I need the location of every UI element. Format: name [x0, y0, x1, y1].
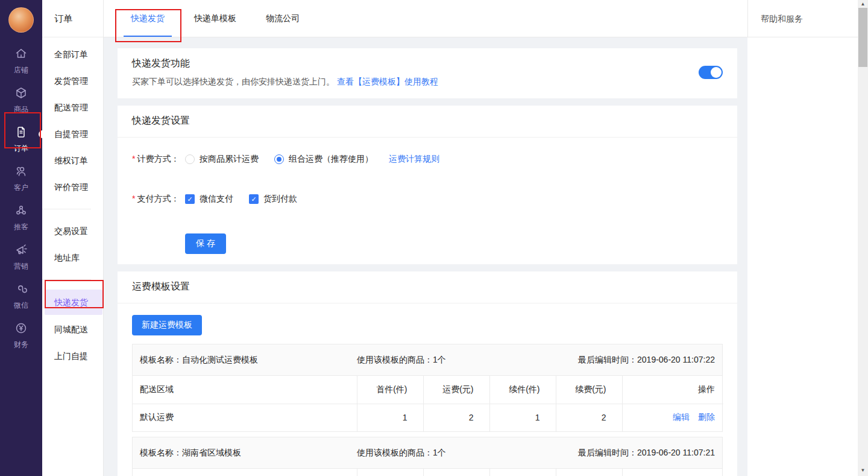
freight-table: 配送区域 首件(件) 运费(元) 续件(件) 续费(元) 操作 默认运费 1 2 [133, 376, 723, 431]
submenu-item-trade-settings[interactable]: 交易设置 [42, 218, 103, 244]
radio-label: 按商品累计运费 [200, 154, 259, 165]
main-area: 快递发货 快递单模板 物流公司 快递发货功能 买家下单可以选择快递发货，由你安排… [104, 0, 747, 476]
feature-desc-text: 买家下单可以选择快递发货，由你安排快递送货上门。 [132, 77, 335, 86]
cell-freight: 2 [423, 404, 489, 431]
avatar[interactable] [8, 7, 34, 33]
sidebar-item-label: 财务 [14, 340, 28, 349]
sidebar-item-customer[interactable]: 客户 [0, 159, 42, 198]
cell-first-qty: 1 [357, 404, 423, 431]
save-button[interactable]: 保 存 [185, 233, 226, 254]
finance-yuan-icon [14, 321, 28, 340]
tab-bar: 快递发货 快递单模板 物流公司 [104, 0, 747, 37]
scrollbar-up-arrow-icon[interactable]: ▲ [858, 0, 868, 8]
billing-method-label: *计费方式： [132, 154, 185, 165]
sidebar-item-marketing[interactable]: 营销 [0, 237, 42, 276]
shop-home-icon [14, 46, 28, 66]
express-shipping-toggle[interactable] [699, 66, 723, 79]
vertical-scrollbar[interactable]: ▲ ▼ [858, 0, 868, 476]
col-header-next-fee: 续费(元) [556, 376, 622, 404]
tutorial-link[interactable]: 查看【运费模板】使用教程 [337, 77, 438, 86]
checkbox-cash-on-delivery[interactable]: ✓ 货到付款 [249, 194, 297, 205]
feature-card-desc: 买家下单可以选择快递发货，由你安排快递送货上门。 查看【运费模板】使用教程 [132, 77, 438, 87]
col-header-action: 操作 [622, 469, 723, 476]
app-window: 店铺 商品 订单 客户 推客 [0, 0, 868, 476]
col-header-action: 操作 [622, 376, 723, 404]
submenu-item-address-book[interactable]: 地址库 [42, 244, 103, 271]
submenu-item-shipping-mgmt[interactable]: 发货管理 [42, 68, 103, 94]
submenu-item-rights-orders[interactable]: 维权订单 [42, 147, 103, 174]
col-header-area: 配送区域 [133, 376, 357, 404]
cell-actions: 编辑 删除 [622, 404, 723, 431]
col-header-freight: 运费(元) [423, 376, 489, 404]
submenu-item-door-pickup[interactable]: 上门自提 [42, 343, 103, 369]
primary-sidebar: 店铺 商品 订单 客户 推客 [0, 0, 42, 476]
submenu-item-express-shipping[interactable]: 快递发货 [45, 290, 102, 315]
sidebar-item-label: 推客 [14, 223, 28, 231]
submenu-item-pickup-mgmt[interactable]: 自提管理 [42, 121, 103, 147]
submenu-item-delivery-mgmt[interactable]: 配送管理 [42, 94, 103, 121]
radio-combined-freight[interactable]: 组合运费（推荐使用） [274, 154, 373, 165]
sidebar-item-finance[interactable]: 财务 [0, 316, 42, 355]
freight-template-block: 模板名称：湖南省区域模板 使用该模板的商品：1个 最后编辑时间：2019-06-… [132, 437, 723, 476]
toggle-knob [711, 67, 722, 78]
col-header-first-qty: 首件(件) [357, 469, 423, 476]
cell-next-qty: 1 [489, 404, 556, 431]
template-edited-time: 最后编辑时间：2019-06-20 11:07:21 [578, 448, 715, 459]
new-freight-template-button[interactable]: 新建运费模板 [132, 315, 202, 335]
radio-icon [274, 154, 284, 164]
sidebar-item-label: 客户 [14, 183, 28, 192]
checkbox-wechat-pay[interactable]: ✓ 微信支付 [185, 194, 233, 205]
billing-method-row: *计费方式： 按商品累计运费 组合运费（推荐使用） 运费计算规则 [132, 154, 723, 165]
template-block-header: 模板名称：自动化测试运费模板 使用该模板的商品：1个 最后编辑时间：2019-0… [133, 344, 722, 376]
settings-card-title: 快递发货设置 [132, 115, 723, 127]
freight-template-card: 运费模板设置 新建运费模板 模板名称：自动化测试运费模板 使用该模板的商品：1个… [118, 271, 737, 476]
col-header-freight: 运费(元) [423, 469, 489, 476]
wechat-icon [14, 282, 28, 301]
help-and-services-link[interactable]: 帮助和服务 [747, 0, 858, 37]
freight-template-block: 模板名称：自动化测试运费模板 使用该模板的商品：1个 最后编辑时间：2019-0… [132, 344, 723, 432]
feature-card-title: 快递发货功能 [132, 57, 438, 70]
col-header-next-qty: 续件(件) [489, 469, 556, 476]
required-asterisk: * [132, 194, 135, 203]
order-document-icon [14, 125, 28, 144]
submenu-item-local-delivery[interactable]: 同城配送 [42, 316, 103, 343]
col-header-next-fee: 续费(元) [556, 469, 622, 476]
sidebar-item-wechat[interactable]: 微信 [0, 276, 42, 316]
sidebar-item-label: 店铺 [14, 66, 28, 74]
tab-waybill-template[interactable]: 快递单模板 [193, 0, 237, 37]
tab-logistics-company[interactable]: 物流公司 [265, 0, 301, 37]
payment-method-label: *支付方式： [132, 194, 185, 205]
promoter-network-icon [14, 203, 28, 223]
template-name: 模板名称：湖南省区域模板 [140, 448, 357, 459]
delete-link[interactable]: 删除 [698, 412, 715, 422]
template-name: 模板名称：自动化测试运费模板 [140, 355, 357, 366]
submenu-divider [42, 279, 91, 280]
save-row: 保 存 [132, 233, 723, 254]
radio-per-product-freight[interactable]: 按商品累计运费 [185, 154, 259, 165]
order-submenu: 订单 全部订单 发货管理 配送管理 自提管理 维权订单 评价管理 交易设置 地址… [42, 0, 104, 476]
express-feature-card: 快递发货功能 买家下单可以选择快递发货，由你安排快递送货上门。 查看【运费模板】… [118, 48, 737, 98]
sidebar-item-shop[interactable]: 店铺 [0, 41, 42, 80]
freight-rule-link[interactable]: 运费计算规则 [389, 154, 439, 165]
sidebar-item-order[interactable]: 订单 [0, 119, 42, 159]
tab-express-shipping[interactable]: 快递发货 [130, 0, 166, 37]
express-settings-card: 快递发货设置 *计费方式： 按商品累计运费 组合运费（推荐使用） 运费计算 [118, 106, 737, 264]
sidebar-item-label: 微信 [14, 301, 28, 309]
sidebar-item-promoter[interactable]: 推客 [0, 198, 42, 237]
sidebar-item-product[interactable]: 商品 [0, 80, 42, 119]
edit-link[interactable]: 编辑 [673, 412, 690, 422]
cell-area: 默认运费 [133, 404, 357, 431]
scrollbar-down-arrow-icon[interactable]: ▼ [858, 466, 868, 474]
sidebar-item-label: 订单 [14, 144, 28, 153]
freight-table: 配送区域 首件(件) 运费(元) 续件(件) 续费(元) 操作 [133, 469, 723, 476]
customer-people-icon [14, 164, 28, 183]
submenu-item-review-mgmt[interactable]: 评价管理 [42, 174, 103, 200]
radio-icon [185, 154, 195, 164]
submenu-item-all-orders[interactable]: 全部订单 [42, 41, 103, 68]
template-usage: 使用该模板的商品：1个 [357, 355, 578, 366]
scrollbar-thumb[interactable] [858, 8, 867, 67]
radio-label: 组合运费（推荐使用） [289, 154, 373, 165]
product-cube-icon [14, 86, 28, 105]
sidebar-item-label: 商品 [14, 105, 28, 113]
template-card-title: 运费模板设置 [132, 281, 723, 293]
